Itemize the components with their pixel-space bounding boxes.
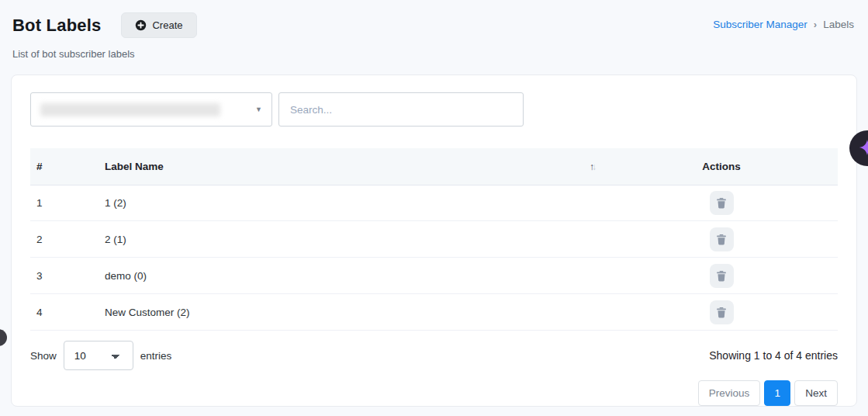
- show-label: Show: [30, 350, 57, 362]
- bot-select-dropdown[interactable]: ▼: [30, 92, 272, 127]
- trash-icon: [716, 307, 727, 318]
- search-input[interactable]: [278, 92, 524, 127]
- entries-label: entries: [140, 350, 172, 362]
- showing-summary: Showing 1 to 4 of 4 entries: [709, 349, 838, 362]
- labels-table: # Label Name ↑↓ Actions 1 1 (2): [30, 148, 838, 331]
- page-size-select[interactable]: 10: [64, 341, 133, 370]
- trash-icon: [716, 197, 727, 209]
- labels-card: ▼ # Label Name ↑↓ Actions 1 1 (2): [11, 75, 857, 407]
- table-controls: ▼: [30, 92, 838, 127]
- column-header-label[interactable]: Label Name ↑↓: [99, 161, 605, 172]
- breadcrumb-subscriber-manager[interactable]: Subscriber Manager: [713, 19, 807, 30]
- sparkle-icon: [859, 139, 868, 158]
- table-row: 3 demo (0): [30, 258, 838, 294]
- row-label: demo (0): [105, 270, 147, 282]
- row-label: 2 (1): [105, 234, 126, 245]
- breadcrumb-separator-icon: ›: [814, 19, 817, 30]
- pagination: Previous 1 Next: [30, 380, 838, 406]
- bot-select-redacted-value: [40, 103, 220, 116]
- show-entries: Show 10 entries: [30, 341, 171, 370]
- delete-label-button[interactable]: [710, 191, 734, 215]
- table-row: 4 New Customer (2): [30, 294, 838, 331]
- row-label: New Customer (2): [105, 307, 190, 318]
- trash-icon: [716, 270, 727, 282]
- table-row: 2 2 (1): [30, 221, 838, 258]
- column-header-index: #: [30, 161, 99, 172]
- breadcrumb: Subscriber Manager › Labels: [713, 19, 854, 30]
- next-page-button[interactable]: Next: [794, 380, 838, 406]
- create-button-label: Create: [152, 19, 182, 31]
- table-header-row: # Label Name ↑↓ Actions: [30, 148, 838, 185]
- page-header: Bot Labels Create: [12, 12, 197, 38]
- row-index: 1: [30, 197, 99, 209]
- row-index: 3: [30, 270, 99, 282]
- row-index: 4: [30, 307, 99, 318]
- create-button[interactable]: Create: [121, 12, 196, 38]
- delete-label-button[interactable]: [710, 264, 734, 288]
- plus-circle-icon: [135, 19, 147, 31]
- table-row: 1 1 (2): [30, 185, 838, 221]
- breadcrumb-labels: Labels: [823, 19, 854, 30]
- bot-labels-page: Bot Labels Create Subscriber Manager › L…: [0, 0, 868, 416]
- row-label: 1 (2): [105, 197, 126, 209]
- delete-label-button[interactable]: [710, 300, 734, 324]
- page-title: Bot Labels: [12, 16, 101, 36]
- row-index: 2: [30, 234, 99, 245]
- column-header-actions: Actions: [605, 161, 838, 172]
- table-footer: Show 10 entries Showing 1 to 4 of 4 entr…: [30, 341, 838, 370]
- chevron-down-icon: ▼: [255, 106, 262, 113]
- trash-icon: [716, 234, 727, 245]
- table-body: 1 1 (2) 2 2 (1): [30, 185, 838, 331]
- column-header-label-text: Label Name: [105, 161, 164, 172]
- page-subtitle: List of bot subscriber labels: [12, 48, 135, 60]
- current-page-button[interactable]: 1: [764, 380, 790, 406]
- edge-widget-dot[interactable]: [0, 329, 7, 346]
- delete-label-button[interactable]: [710, 227, 734, 251]
- sort-icon[interactable]: ↑↓: [590, 161, 594, 172]
- previous-page-button[interactable]: Previous: [698, 380, 761, 406]
